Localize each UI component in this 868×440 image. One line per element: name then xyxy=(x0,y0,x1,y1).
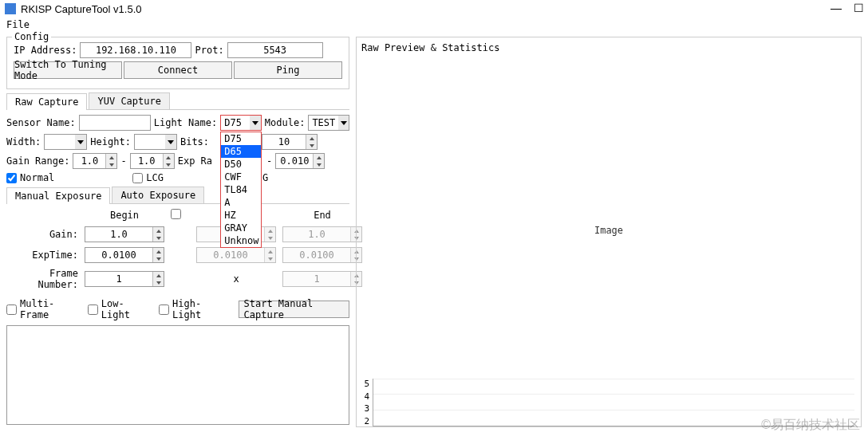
begin-header: Begin xyxy=(85,210,164,221)
connect-button[interactable]: Connect xyxy=(124,61,232,79)
low-light-check[interactable]: Low-Light xyxy=(88,298,144,320)
width-label: Width: xyxy=(6,136,41,147)
module-value: TEST xyxy=(309,117,338,128)
config-group: Config IP Address: Prot: Switch To Tunin… xyxy=(6,37,349,89)
sensor-label: Sensor Name: xyxy=(6,117,76,128)
light-selected: D75 xyxy=(221,117,250,128)
chevron-down-icon xyxy=(338,116,349,130)
step-check[interactable] xyxy=(171,209,181,219)
ping-button[interactable]: Ping xyxy=(234,61,342,79)
light-dropdown-list: D75 D65 D50 CWF TL84 A HZ GRAY Unknow xyxy=(220,132,262,248)
height-combo[interactable] xyxy=(134,134,177,150)
light-option[interactable]: D50 xyxy=(221,158,261,171)
chevron-down-icon xyxy=(165,135,176,149)
exptime-begin-spin[interactable] xyxy=(85,247,164,263)
light-option[interactable]: TL84 xyxy=(221,183,261,196)
ip-label: IP Address: xyxy=(14,45,77,56)
minimize-button[interactable]: — xyxy=(830,2,842,14)
frame-row-label: Frame Number: xyxy=(6,268,78,290)
preview-group: Raw Preview & Statistics Image 5 4 3 2 xyxy=(356,37,862,427)
module-combo[interactable]: TEST xyxy=(308,115,349,131)
exp-range-label: Exp Ra xyxy=(178,155,212,167)
module-label: Module: xyxy=(265,117,306,128)
capture-tabs: Raw Capture YUV Capture xyxy=(6,92,349,110)
light-option[interactable]: HZ xyxy=(221,209,261,222)
tab-auto-exposure[interactable]: Auto Exposure xyxy=(112,187,204,203)
light-option[interactable]: A xyxy=(221,196,261,209)
height-label: Height: xyxy=(90,136,131,147)
high-light-check[interactable]: High-Light xyxy=(159,298,221,320)
chevron-down-icon xyxy=(250,116,261,130)
chart-yaxis: 5 4 3 2 xyxy=(363,379,373,426)
multi-frame-check[interactable]: Multi-Frame xyxy=(6,298,73,320)
bits-spin[interactable] xyxy=(262,134,318,150)
gain-range-label: Gain Range: xyxy=(6,155,69,167)
width-combo[interactable] xyxy=(44,134,87,150)
preview-legend: Raw Preview & Statistics xyxy=(361,42,856,53)
gain-hi-spin[interactable] xyxy=(130,153,175,169)
switch-tuning-button[interactable]: Switch To Tuning Mode xyxy=(14,61,122,79)
sensor-input[interactable] xyxy=(79,115,151,131)
chevron-down-icon xyxy=(75,135,86,149)
gain-end-spin xyxy=(282,226,362,242)
light-option[interactable]: GRAY xyxy=(221,222,261,234)
exposure-tabs: Manual Exposure Auto Exposure xyxy=(6,187,349,204)
lcg-check[interactable]: LCG xyxy=(132,172,164,183)
end-header: End xyxy=(282,210,362,221)
tab-raw-capture[interactable]: Raw Capture xyxy=(6,93,87,110)
exptime-end-spin xyxy=(282,247,362,263)
frame-x: x xyxy=(196,273,276,285)
light-option[interactable]: D75 xyxy=(221,132,261,145)
frame-begin-spin[interactable] xyxy=(85,271,164,287)
app-icon xyxy=(5,3,16,14)
start-capture-button[interactable]: Start Manual Capture xyxy=(239,301,349,318)
frame-end-spin xyxy=(282,271,362,287)
watermark: ©易百纳技术社区 xyxy=(761,417,860,434)
exptime-row-label: ExpTime: xyxy=(6,249,78,261)
output-textarea[interactable] xyxy=(6,325,349,425)
normal-check[interactable]: Normal xyxy=(6,172,54,183)
prot-input[interactable] xyxy=(227,42,323,58)
gain-begin-spin[interactable] xyxy=(85,226,164,242)
light-label: Light Name: xyxy=(154,117,217,128)
light-option[interactable]: Unknow xyxy=(221,234,261,247)
image-preview: Image xyxy=(363,55,854,406)
gain-row-label: Gain: xyxy=(6,229,78,240)
bits-label: Bits: xyxy=(180,136,209,147)
tab-manual-exposure[interactable]: Manual Exposure xyxy=(6,187,110,204)
exp-hi-spin[interactable] xyxy=(275,153,325,169)
tab-yuv-capture[interactable]: YUV Capture xyxy=(89,92,169,109)
ip-input[interactable] xyxy=(80,42,191,58)
light-option[interactable]: CWF xyxy=(221,171,261,183)
exptime-step-spin xyxy=(196,247,276,263)
menu-file[interactable]: File xyxy=(6,19,30,30)
prot-label: Prot: xyxy=(195,45,223,56)
config-legend: Config xyxy=(12,31,51,42)
light-combo[interactable]: D75 D75 D65 D50 CWF TL84 A HZ GRAY Unkno… xyxy=(220,115,262,131)
maximize-button[interactable]: ☐ xyxy=(852,2,865,14)
gain-lo-spin[interactable] xyxy=(73,153,117,169)
window-title: RKISP CaptureTool v1.5.0 xyxy=(21,3,142,15)
light-option[interactable]: D65 xyxy=(221,145,261,158)
